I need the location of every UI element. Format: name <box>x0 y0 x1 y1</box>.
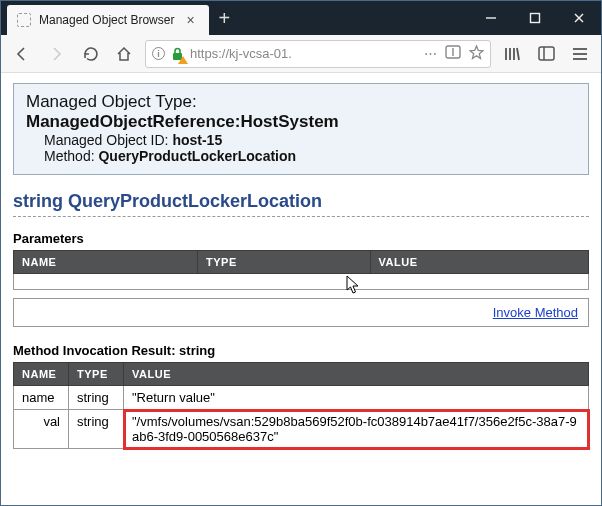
tab-close-button[interactable]: × <box>182 12 198 28</box>
result-cell-name: name <box>14 386 69 410</box>
object-method-value: QueryProductLockerLocation <box>98 148 296 164</box>
tab-title: Managed Object Browser <box>39 13 174 27</box>
object-type-value: ManagedObjectReference:HostSystem <box>26 112 576 132</box>
result-header-name: NAME <box>14 363 69 386</box>
forward-button <box>43 41 69 67</box>
reload-button[interactable] <box>77 41 103 67</box>
result-cell-type: string <box>69 386 124 410</box>
svg-rect-10 <box>539 47 554 60</box>
method-heading: string QueryProductLockerLocation <box>13 191 589 212</box>
library-icon[interactable] <box>499 41 525 67</box>
svg-line-9 <box>517 48 519 60</box>
menu-icon[interactable] <box>567 41 593 67</box>
object-type-label: Managed Object Type: <box>26 92 576 112</box>
method-name: QueryProductLockerLocation <box>68 191 322 211</box>
page-content: Managed Object Type: ManagedObjectRefere… <box>1 73 601 506</box>
result-cell-name: val <box>14 410 69 449</box>
tab-favicon <box>17 13 31 27</box>
back-button[interactable] <box>9 41 35 67</box>
parameters-title: Parameters <box>13 231 589 246</box>
params-empty-row <box>14 274 589 290</box>
new-tab-button[interactable]: + <box>209 1 241 35</box>
invoke-method-link[interactable]: Invoke Method <box>493 305 578 320</box>
bookmark-star-icon[interactable] <box>469 45 484 63</box>
object-id-label: Managed Object ID: <box>44 132 169 148</box>
params-header-type: TYPE <box>198 251 371 274</box>
info-icon[interactable]: i <box>152 47 165 60</box>
object-method-label: Method: <box>44 148 95 164</box>
sidebar-icon[interactable] <box>533 41 559 67</box>
window-maximize-button[interactable] <box>513 1 557 35</box>
svg-rect-1 <box>531 14 540 23</box>
parameters-table: NAME TYPE VALUE <box>13 250 589 290</box>
browser-tab[interactable]: Managed Object Browser × <box>7 5 209 35</box>
result-cell-value-highlighted: "/vmfs/volumes/vsan:529b8ba569f52f0b-fc0… <box>124 410 589 449</box>
url-bar[interactable]: i https://kj-vcsa-01. ⋯ <box>145 40 491 68</box>
window-minimize-button[interactable] <box>469 1 513 35</box>
object-id-value: host-15 <box>172 132 222 148</box>
separator-dashed <box>13 216 589 217</box>
object-info-box: Managed Object Type: ManagedObjectRefere… <box>13 83 589 175</box>
reader-icon[interactable] <box>445 45 461 62</box>
table-row: name string "Return value" <box>14 386 589 410</box>
params-header-name: NAME <box>14 251 198 274</box>
result-table: NAME TYPE VALUE name string "Return valu… <box>13 362 589 449</box>
result-cell-type: string <box>69 410 124 449</box>
page-action-icon[interactable]: ⋯ <box>424 46 437 61</box>
method-return-type: string <box>13 191 63 211</box>
result-cell-value: "Return value" <box>124 386 589 410</box>
params-header-value: VALUE <box>370 251 589 274</box>
result-header-value: VALUE <box>124 363 589 386</box>
window-controls <box>469 1 601 35</box>
invoke-link-container: Invoke Method <box>13 298 589 327</box>
window-close-button[interactable] <box>557 1 601 35</box>
browser-toolbar: i https://kj-vcsa-01. ⋯ <box>1 35 601 73</box>
result-header-type: TYPE <box>69 363 124 386</box>
table-row: val string "/vmfs/volumes/vsan:529b8ba56… <box>14 410 589 449</box>
lock-warning-icon[interactable] <box>171 47 184 61</box>
home-button[interactable] <box>111 41 137 67</box>
url-text: https://kj-vcsa-01. <box>190 46 418 61</box>
result-title: Method Invocation Result: string <box>13 343 589 358</box>
window-titlebar: Managed Object Browser × + <box>1 1 601 35</box>
